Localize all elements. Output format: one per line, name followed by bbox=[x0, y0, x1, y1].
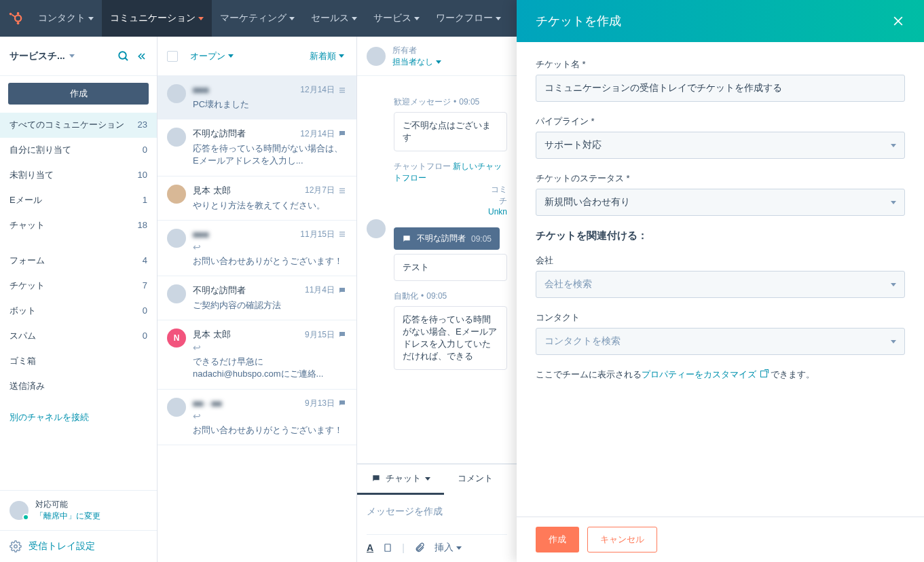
visitor-header: 不明な訪問者09:05 bbox=[394, 227, 500, 250]
message-composer[interactable]: メッセージを作成 bbox=[367, 503, 507, 534]
chevron-down-icon bbox=[891, 201, 896, 204]
company-select[interactable]: 会社を検索 bbox=[536, 271, 905, 298]
owner-label: 所有者 bbox=[392, 45, 441, 56]
chevron-down-icon bbox=[339, 54, 344, 58]
hubspot-logo[interactable] bbox=[0, 11, 30, 26]
ticket-name-input[interactable] bbox=[536, 75, 905, 102]
select-all-checkbox[interactable] bbox=[167, 51, 178, 62]
svg-point-7 bbox=[119, 52, 126, 59]
conversation-list-item[interactable]: ■■ - ■■ 9月13日 ↩ お問い合わせありがとうございます！ bbox=[158, 390, 356, 445]
avatar bbox=[167, 128, 186, 147]
ticket-status-select[interactable]: 新規問い合わせ有り bbox=[536, 189, 905, 216]
customize-properties-link[interactable]: プロパティーをカスタマイズ bbox=[642, 369, 769, 379]
sidebar-item[interactable]: フォーム4 bbox=[0, 248, 157, 274]
status-dot bbox=[22, 514, 29, 521]
nav-marketing[interactable]: マーケティング bbox=[212, 0, 303, 37]
svg-line-5 bbox=[12, 15, 16, 18]
close-icon[interactable] bbox=[891, 14, 905, 28]
svg-line-8 bbox=[125, 58, 128, 60]
chevron-down-icon bbox=[891, 144, 896, 147]
svg-point-9 bbox=[14, 545, 18, 548]
contact-select[interactable]: コンタクトを検索 bbox=[536, 328, 905, 355]
conversation-list: オープン 新着順 ■■■ 12月14日 PC壊れました 不明な訪問者 12月14… bbox=[158, 37, 357, 562]
chevron-down-icon bbox=[289, 17, 295, 20]
nav-sales[interactable]: セールス bbox=[303, 0, 365, 37]
sidebar-item[interactable]: ボット0 bbox=[0, 299, 157, 324]
sidebar-item[interactable]: チャット18 bbox=[0, 213, 157, 238]
create-button[interactable]: 作成 bbox=[536, 527, 579, 552]
sidebar-item[interactable]: 送信済み bbox=[0, 374, 157, 399]
create-ticket-panel: チケットを作成 チケット名 * パイプライン * サポート対応 チケットのステー… bbox=[517, 0, 924, 562]
collapse-icon[interactable] bbox=[136, 51, 147, 62]
avatar bbox=[167, 284, 186, 303]
svg-rect-19 bbox=[385, 544, 390, 552]
insert-dropdown[interactable]: 挿入 bbox=[435, 542, 462, 554]
visitor-message-bubble: テスト bbox=[394, 254, 507, 281]
conversation-pane: 所有者 担当者なし 歓迎メッセージ•09:05 ご不明な点はございます チャット… bbox=[357, 37, 517, 562]
chat-icon bbox=[371, 474, 382, 483]
chevron-down-icon bbox=[891, 340, 896, 343]
visitor-avatar bbox=[367, 219, 386, 238]
inbox-selector[interactable]: サービスチ... bbox=[10, 50, 111, 62]
chevron-down-icon bbox=[69, 54, 75, 58]
chevron-down-icon bbox=[456, 546, 462, 550]
tab-chat[interactable]: チャット bbox=[357, 464, 444, 495]
status-filter[interactable]: オープン bbox=[190, 50, 234, 62]
sidebar-item[interactable]: 自分に割り当て0 bbox=[0, 138, 157, 163]
attachment-button[interactable] bbox=[414, 542, 425, 553]
conversation-list-item[interactable]: N 見本 太郎 9月15日 ↩ できるだけ早急に nadachi@hubspo.… bbox=[158, 320, 356, 389]
nav-contacts[interactable]: コンタクト bbox=[30, 0, 102, 37]
conversation-list-item[interactable]: 見本 太郎 12月7日 やりとり方法を教えてください。 bbox=[158, 176, 356, 221]
sidebar-views: すべてのコミュニケーション23自分に割り当て0未割り当て10Eメール1チャット1… bbox=[0, 113, 157, 405]
user-avatar bbox=[10, 501, 29, 520]
chat-icon bbox=[402, 234, 411, 244]
chevron-down-icon bbox=[228, 54, 234, 58]
pipeline-label: パイプライン * bbox=[536, 115, 905, 128]
sidebar: サービスチ... 作成 すべてのコミュニケーション23自分に割り当て0未割り当て… bbox=[0, 37, 158, 562]
chevron-down-icon bbox=[496, 17, 501, 20]
inbox-settings-link[interactable]: 受信トレイ設定 bbox=[0, 530, 157, 562]
conversation-list-item[interactable]: ■■■ 11月15日 ↩ お問い合わせありがとうございます！ bbox=[158, 221, 356, 276]
pipeline-select[interactable]: サポート対応 bbox=[536, 132, 905, 159]
conversation-list-item[interactable]: ■■■ 12月14日 PC壊れました bbox=[158, 76, 356, 119]
company-label: 会社 bbox=[536, 255, 905, 267]
nav-service[interactable]: サービス bbox=[365, 0, 428, 37]
search-icon[interactable] bbox=[117, 50, 130, 62]
format-button[interactable] bbox=[383, 542, 392, 553]
automation-message-bubble: 応答を待っている時間がない場合、Eメールアドレスを入力していただければ、できる bbox=[394, 306, 507, 370]
ticket-status-label: チケットのステータス * bbox=[536, 172, 905, 185]
sidebar-item[interactable]: Eメール1 bbox=[0, 188, 157, 213]
nav-communications[interactable]: コミュニケーション bbox=[102, 0, 212, 37]
chevron-down-icon bbox=[414, 17, 420, 20]
chevron-down-icon bbox=[88, 17, 94, 20]
avatar bbox=[167, 84, 186, 103]
svg-point-3 bbox=[17, 22, 20, 25]
sidebar-item[interactable]: ゴミ箱 bbox=[0, 349, 157, 374]
sidebar-item[interactable]: チケット7 bbox=[0, 274, 157, 299]
chevron-down-icon bbox=[425, 477, 430, 481]
avatar bbox=[167, 229, 186, 248]
svg-point-2 bbox=[10, 13, 12, 16]
gear-icon bbox=[10, 540, 22, 552]
contact-label: コンタクト bbox=[536, 312, 905, 324]
external-link-icon bbox=[760, 371, 767, 377]
associate-heading: チケットを関連付ける： bbox=[536, 229, 905, 242]
owner-dropdown[interactable]: 担当者なし bbox=[392, 56, 441, 68]
sidebar-item[interactable]: すべてのコミュニケーション23 bbox=[0, 113, 157, 138]
ticket-name-label: チケット名 * bbox=[536, 58, 905, 71]
svg-point-1 bbox=[17, 12, 20, 15]
sort-dropdown[interactable]: 新着順 bbox=[310, 50, 344, 62]
chevron-down-icon bbox=[891, 283, 896, 286]
sidebar-item[interactable]: 未割り当て10 bbox=[0, 163, 157, 188]
connect-channel-link[interactable]: 別のチャネルを接続 bbox=[0, 405, 157, 430]
availability-status[interactable]: 対応可能 「離席中」に変更 bbox=[0, 491, 157, 530]
cancel-button[interactable]: キャンセル bbox=[587, 527, 657, 552]
compose-button[interactable]: 作成 bbox=[8, 83, 149, 105]
chevron-down-icon bbox=[352, 17, 357, 20]
nav-workflows[interactable]: ワークフロー bbox=[428, 0, 509, 37]
conversation-list-item[interactable]: 不明な訪問者 12月14日 応答を待っている時間がない場合は、Eメールアドレスを… bbox=[158, 119, 356, 176]
sidebar-item[interactable]: スパム0 bbox=[0, 324, 157, 349]
text-color-button[interactable]: A bbox=[367, 542, 373, 553]
conversation-list-item[interactable]: 不明な訪問者 11月4日 ご契約内容の確認方法 bbox=[158, 276, 356, 320]
tab-comment[interactable]: コメント bbox=[444, 464, 506, 495]
